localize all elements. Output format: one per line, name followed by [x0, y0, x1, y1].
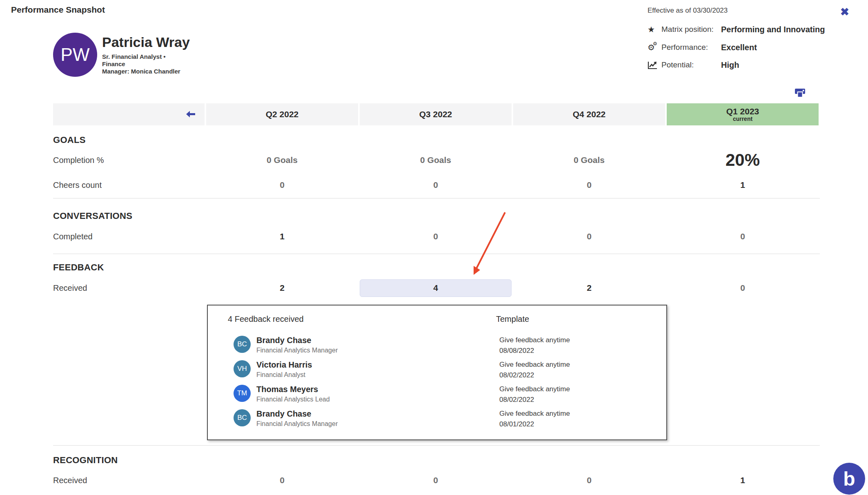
effective-date: Effective as of 03/30/2023: [648, 7, 728, 15]
feedback-list-item[interactable]: BC Brandy Chase Financial Analytics Mana…: [208, 408, 666, 431]
cell-q3: 0: [360, 471, 512, 489]
feedback-giver-name: Brandy Chase: [256, 335, 312, 345]
feedback-giver-role: Financial Analytics Manager: [256, 420, 338, 428]
summary-label: Potential:: [661, 60, 694, 69]
table-row-cheers: Cheers count 0 0 0 1: [0, 176, 868, 194]
summary-label: Matrix position:: [661, 25, 714, 34]
summary-value: Performing and Innovating: [721, 25, 825, 34]
cell-q4: 0: [513, 176, 665, 194]
betterworks-logo[interactable]: b: [833, 463, 865, 495]
close-icon[interactable]: ✖: [840, 7, 849, 17]
summary-row-performance: ⚙⚙ Performance: Excellent: [648, 41, 860, 54]
popup-title: 4 Feedback received: [228, 314, 304, 324]
timeline-nav-cell: [53, 103, 205, 125]
print-icon[interactable]: [795, 87, 806, 98]
avatar: VH: [234, 360, 251, 377]
cell-q3: 0: [360, 227, 512, 245]
feedback-date: 08/01/2022: [499, 420, 534, 429]
table-row-completion: Completion % 0 Goals 0 Goals 0 Goals 20%: [0, 151, 868, 169]
cell-q1: 20%: [667, 151, 819, 169]
feedback-list-item[interactable]: BC Brandy Chase Financial Analytics Mana…: [208, 335, 666, 358]
avatar: TM: [234, 385, 251, 402]
feedback-list-item[interactable]: VH Victoria Harris Financial Analyst Giv…: [208, 359, 666, 382]
previous-quarters-arrow-icon[interactable]: [186, 110, 196, 118]
gears-icon: ⚙⚙: [648, 42, 661, 52]
cell-q1: 0: [667, 279, 819, 297]
section-heading-conversations: CONVERSATIONS: [53, 211, 132, 221]
cell-q3: 0 Goals: [360, 151, 512, 169]
cell-q4: 0 Goals: [513, 151, 665, 169]
feedback-template: Give feedback anytime: [499, 385, 570, 394]
section-heading-recognition: RECOGNITION: [53, 455, 118, 466]
cell-q1: 0: [667, 227, 819, 245]
summary-label: Performance:: [661, 43, 708, 52]
table-row-completed: Completed 1 0 0 0: [0, 227, 868, 245]
avatar: PW: [53, 33, 97, 77]
feedback-date: 08/02/2022: [499, 371, 534, 380]
feedback-giver-name: Victoria Harris: [256, 360, 312, 370]
cell-q2: 0: [206, 176, 358, 194]
section-divider: [53, 445, 820, 446]
popup-template-header: Template: [496, 314, 529, 324]
column-header-q3-2022: Q3 2022: [360, 103, 512, 125]
summary-row-potential: Potential: High: [648, 58, 860, 71]
feedback-template: Give feedback anytime: [499, 360, 570, 369]
avatar: BC: [234, 336, 251, 353]
summary-row-matrix-position: ★ Matrix position: Performing and Innova…: [648, 23, 860, 36]
section-heading-feedback: FEEDBACK: [53, 262, 104, 273]
page-title: Performance Snapshot: [11, 5, 105, 15]
cell-q4: 2: [513, 279, 665, 297]
performance-snapshot-panel: Performance Snapshot Effective as of 03/…: [0, 0, 868, 495]
employee-department: Finance: [102, 60, 125, 68]
summary-value: Excellent: [721, 43, 757, 52]
feedback-template: Give feedback anytime: [499, 336, 570, 345]
section-divider: [53, 254, 820, 254]
chart-line-icon: [648, 61, 661, 69]
column-header-q4-2022: Q4 2022: [513, 103, 665, 125]
column-header-q1-2023-current: Q1 2023 current: [667, 103, 819, 125]
section-heading-goals: GOALS: [53, 135, 86, 145]
logo-letter: b: [843, 468, 855, 490]
employee-manager: Manager: Monica Chandler: [102, 68, 180, 75]
feedback-details-popup: 4 Feedback received Template BC Brandy C…: [207, 305, 667, 440]
cell-q3: 0: [360, 176, 512, 194]
cell-q2: 1: [206, 227, 358, 245]
feedback-giver-role: Financial Analyst: [256, 371, 305, 379]
table-row-feedback-received: Received 2 4 2 0: [0, 279, 868, 297]
cell-q1: 1: [667, 176, 819, 194]
feedback-list-item[interactable]: TM Thomas Meyers Financial Analystics Le…: [208, 384, 666, 407]
cell-q1: 1: [667, 471, 819, 489]
cell-q4: 0: [513, 471, 665, 489]
cell-q2: 0: [206, 471, 358, 489]
employee-job-title: Sr. Financial Analyst •: [102, 53, 166, 60]
feedback-date: 08/08/2022: [499, 346, 534, 355]
section-divider: [53, 198, 820, 198]
star-icon: ★: [648, 25, 661, 34]
avatar-initials: PW: [61, 45, 90, 65]
feedback-giver-role: Financial Analytics Manager: [256, 346, 338, 355]
summary-value: High: [721, 60, 739, 70]
column-header-q2-2022: Q2 2022: [206, 103, 358, 125]
employee-name: Patricia Wray: [102, 34, 190, 50]
feedback-giver-name: Thomas Meyers: [256, 384, 318, 394]
current-quarter-badge: current: [733, 116, 752, 122]
cell-q2: 2: [206, 279, 358, 297]
feedback-giver-name: Brandy Chase: [256, 409, 312, 419]
avatar: BC: [234, 409, 251, 426]
cell-q3[interactable]: 4: [360, 279, 512, 297]
table-row-recognition-received: Received 0 0 0 1: [0, 471, 868, 489]
feedback-template: Give feedback anytime: [499, 409, 570, 418]
feedback-giver-role: Financial Analystics Lead: [256, 395, 330, 404]
cell-q2: 0 Goals: [206, 151, 358, 169]
cell-q4: 0: [513, 227, 665, 245]
feedback-date: 08/02/2022: [499, 395, 534, 404]
